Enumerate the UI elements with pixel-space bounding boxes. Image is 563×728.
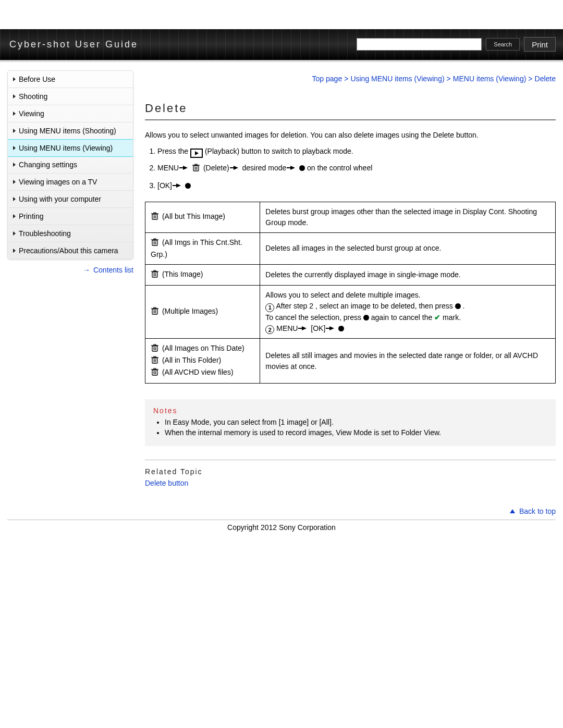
trash-icon (151, 343, 159, 355)
back-to-top-link[interactable]: Back to top (519, 507, 556, 515)
sidebar-item-label: Using MENU items (Viewing) (19, 144, 113, 152)
footer-copyright: Copyright 2012 Sony Corporation (7, 520, 556, 552)
sidebar: Before UseShootingViewingUsing MENU item… (7, 70, 133, 517)
arrow-right-icon: → (83, 266, 90, 274)
trash-icon (151, 367, 159, 379)
arrow-icon (176, 183, 181, 188)
trash-icon (151, 212, 159, 223)
sidebar-item-label: Printing (19, 212, 43, 220)
header-bar: Cyber-shot User Guide Search Print (0, 29, 563, 60)
chevron-right-icon (13, 94, 16, 98)
notes-title: Notes (153, 406, 547, 415)
breadcrumb-link[interactable]: Delete (535, 75, 556, 83)
related-title: Related Topic (145, 467, 556, 476)
related-link[interactable]: Delete button (145, 479, 188, 487)
table-row: (This Image) Deletes the currently displ… (145, 264, 556, 285)
notes-box: Notes In Easy Mode, you can select from … (145, 399, 556, 446)
sidebar-item-label: Viewing images on a TV (19, 178, 97, 186)
sidebar-item-label: Changing settings (19, 161, 77, 169)
playback-icon (190, 149, 203, 158)
search-input[interactable] (357, 38, 482, 51)
sidebar-item[interactable]: Printing (8, 208, 133, 225)
center-button-icon (299, 165, 305, 171)
chevron-right-icon (13, 214, 16, 218)
step-number-icon: 2 (265, 325, 274, 334)
breadcrumb-link[interactable]: Top page (312, 75, 342, 83)
trash-icon (151, 238, 159, 249)
sidebar-item-label: Using MENU items (Shooting) (19, 127, 116, 135)
chevron-right-icon (13, 146, 16, 150)
sidebar-item[interactable]: Viewing (8, 105, 133, 122)
sidebar-item-label: Precautions/About this camera (19, 246, 118, 255)
sidebar-item[interactable]: Viewing images on a TV (8, 174, 133, 191)
table-row: (All Images on This Date) (All in This F… (145, 339, 556, 384)
sidebar-item-label: Before Use (19, 75, 55, 83)
print-button[interactable]: Print (524, 37, 556, 52)
table-row: (All Imgs in This Cnt.Sht. Grp.) Deletes… (145, 232, 556, 264)
trash-icon (151, 355, 159, 367)
steps-list: Press the (Playback) button to switch to… (157, 145, 556, 192)
center-button-icon (338, 326, 344, 331)
chevron-right-icon (13, 231, 16, 236)
arrow-icon (183, 166, 188, 170)
chevron-right-icon (13, 163, 16, 167)
breadcrumb-link[interactable]: MENU items (Viewing) (453, 75, 527, 83)
sidebar-item[interactable]: Using MENU items (Viewing) (7, 139, 133, 157)
step-1: Press the (Playback) button to switch to… (157, 145, 556, 158)
sidebar-item-label: Using with your computer (19, 195, 101, 203)
sidebar-item[interactable]: Before Use (8, 71, 133, 88)
sidebar-item[interactable]: Using MENU items (Shooting) (8, 122, 133, 140)
sidebar-item[interactable]: Changing settings (8, 156, 133, 174)
table-row: (All but This Image) Deletes burst group… (145, 202, 556, 232)
arrow-icon (302, 326, 307, 330)
trash-icon (151, 306, 159, 318)
sidebar-item[interactable]: Using with your computer (8, 191, 133, 208)
trash-icon (192, 163, 200, 176)
chevron-right-icon (13, 77, 16, 81)
center-button-icon (185, 183, 191, 189)
app-title: Cyber-shot User Guide (9, 39, 138, 50)
chevron-right-icon (13, 129, 16, 133)
notes-item: In Easy Mode, you can select from [1 ima… (165, 418, 547, 426)
chevron-right-icon (13, 197, 16, 201)
search-button[interactable]: Search (486, 38, 520, 51)
notes-item: When the internal memory is used to reco… (165, 428, 547, 437)
page-title: Delete (145, 102, 556, 115)
table-row: (Multiple Images) Allows you to select a… (145, 285, 556, 339)
sidebar-item-label: Troubleshooting (19, 229, 71, 238)
up-triangle-icon (510, 509, 515, 513)
step-number-icon: 1 (265, 303, 274, 312)
sidebar-item-label: Viewing (19, 109, 44, 118)
contents-list-link[interactable]: Contents list (93, 266, 133, 274)
check-icon: ✔ (434, 313, 440, 322)
step-2: MENU (Delete) desired mode on the contro… (157, 162, 556, 176)
breadcrumb-link[interactable]: Using MENU items (Viewing) (350, 75, 444, 83)
center-button-icon (363, 315, 369, 320)
trash-icon (151, 269, 159, 281)
intro-text: Allows you to select unwanted images for… (145, 130, 556, 140)
sidebar-item-label: Shooting (19, 92, 47, 101)
chevron-right-icon (13, 249, 16, 253)
breadcrumb: Top page>Using MENU items (Viewing)>MENU… (145, 75, 556, 83)
modes-table: (All but This Image) Deletes burst group… (145, 202, 556, 384)
sidebar-item[interactable]: Shooting (8, 88, 133, 105)
center-button-icon (455, 303, 461, 309)
sidebar-item[interactable]: Troubleshooting (8, 225, 133, 242)
step-3: [OK] (157, 180, 556, 192)
arrow-icon (290, 166, 295, 170)
chevron-right-icon (13, 180, 16, 184)
arrow-icon (234, 166, 238, 170)
chevron-right-icon (13, 112, 16, 116)
sidebar-item[interactable]: Precautions/About this camera (8, 242, 133, 259)
arrow-icon (329, 326, 334, 330)
